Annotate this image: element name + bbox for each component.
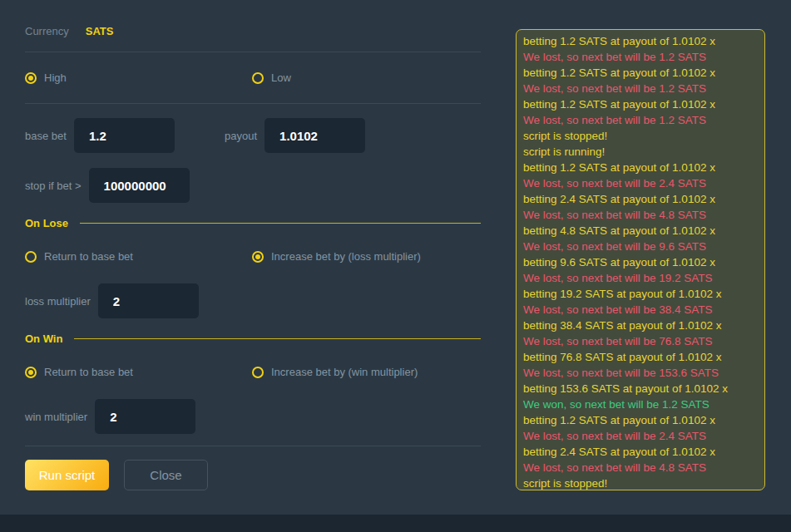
log-line: betting 1.2 SATS at payout of 1.0102 x	[523, 65, 758, 81]
radio-lose-increase-bet[interactable]: Increase bet by (loss multiplier)	[252, 250, 421, 263]
radio-label-low: Low	[271, 71, 291, 84]
log-line: betting 2.4 SATS at payout of 1.0102 x	[523, 444, 758, 460]
log-console[interactable]: betting 1.2 SATS at payout of 1.0102 xWe…	[516, 29, 765, 490]
log-line: betting 38.4 SATS at payout of 1.0102 x	[523, 318, 758, 333]
log-line: betting 1.2 SATS at payout of 1.0102 x	[523, 96, 758, 112]
radio-icon	[252, 72, 264, 84]
log-line: We won, so next bet will be 1.2 SATS	[523, 397, 758, 412]
stop-if-bet-field: stop if bet >	[25, 168, 190, 203]
on-lose-rule-line	[80, 223, 481, 224]
radio-low[interactable]: Low	[252, 71, 291, 84]
radio-label-win-increase: Increase bet by (win multiplier)	[271, 366, 418, 378]
log-line: script is stopped!	[523, 475, 758, 490]
radio-icon	[252, 251, 264, 263]
base-bet-field: base bet	[25, 118, 175, 153]
stop-if-bet-input[interactable]	[89, 168, 190, 203]
on-lose-title: On Lose	[25, 217, 68, 229]
on-win-radio-group: Return to base bet Increase bet by (win …	[0, 366, 506, 379]
log-line: We lost, so next bet will be 153.6 SATS	[523, 365, 758, 381]
log-line: We lost, so next bet will be 1.2 SATS	[523, 81, 758, 96]
on-win-title: On Win	[25, 332, 62, 345]
base-bet-input[interactable]	[74, 118, 175, 153]
radio-icon	[25, 251, 37, 263]
log-line: betting 9.6 SATS at payout of 1.0102 x	[523, 254, 758, 270]
base-bet-label: base bet	[25, 130, 67, 142]
currency-label: Currency	[25, 25, 69, 37]
bet-script-dialog: Currency SATS High Low base bet payout s…	[0, 0, 791, 532]
win-multiplier-input[interactable]	[95, 399, 195, 434]
payout-input[interactable]	[264, 118, 365, 153]
log-line: script is running!	[523, 144, 758, 160]
log-line: We lost, so next bet will be 1.2 SATS	[523, 49, 758, 65]
log-line: betting 1.2 SATS at payout of 1.0102 x	[523, 412, 758, 428]
log-line: We lost, so next bet will be 4.8 SATS	[523, 207, 758, 223]
log-line: We lost, so next bet will be 38.4 SATS	[523, 302, 758, 318]
radio-win-increase-bet[interactable]: Increase bet by (win multiplier)	[252, 366, 418, 378]
currency-selector[interactable]: SATS	[86, 25, 114, 37]
loss-multiplier-field: loss multiplier	[25, 283, 199, 318]
radio-label-lose-return: Return to base bet	[44, 250, 133, 263]
divider	[25, 103, 481, 104]
log-line: betting 1.2 SATS at payout of 1.0102 x	[523, 160, 758, 175]
stop-if-bet-label: stop if bet >	[25, 180, 82, 192]
payout-label: payout	[225, 130, 257, 142]
radio-icon	[25, 367, 37, 378]
on-lose-section-header: On Lose	[25, 217, 481, 229]
loss-multiplier-input[interactable]	[98, 283, 199, 318]
log-line: betting 19.2 SATS at payout of 1.0102 x	[523, 286, 758, 302]
log-line: betting 153.6 SATS at payout of 1.0102 x	[523, 381, 758, 397]
on-lose-radio-group: Return to base bet Increase bet by (loss…	[0, 250, 506, 264]
close-button[interactable]: Close	[124, 460, 208, 490]
log-line: We lost, so next bet will be 4.8 SATS	[523, 460, 758, 475]
divider	[25, 446, 481, 446]
radio-label-win-return: Return to base bet	[44, 366, 133, 378]
log-line: betting 4.8 SATS at payout of 1.0102 x	[523, 223, 758, 239]
radio-win-return-to-base[interactable]: Return to base bet	[25, 366, 133, 378]
on-win-section-header: On Win	[25, 332, 481, 344]
direction-radio-group: High Low	[0, 71, 506, 85]
win-multiplier-field: win multiplier	[25, 399, 195, 434]
loss-multiplier-label: loss multiplier	[25, 295, 91, 308]
on-win-rule-line	[74, 338, 481, 339]
radio-high[interactable]: High	[25, 71, 67, 84]
radio-icon	[25, 72, 37, 84]
log-line: We lost, so next bet will be 76.8 SATS	[523, 333, 758, 349]
radio-label-high: High	[44, 71, 67, 84]
log-line: betting 1.2 SATS at payout of 1.0102 x	[523, 33, 758, 49]
log-line: We lost, so next bet will be 19.2 SATS	[523, 270, 758, 286]
log-line: We lost, so next bet will be 2.4 SATS	[523, 175, 758, 191]
log-line: We lost, so next bet will be 9.6 SATS	[523, 239, 758, 254]
log-line: script is stopped!	[523, 128, 758, 144]
footer-bar	[0, 515, 791, 532]
win-multiplier-label: win multiplier	[25, 411, 87, 423]
log-line: betting 2.4 SATS at payout of 1.0102 x	[523, 191, 758, 207]
radio-lose-return-to-base[interactable]: Return to base bet	[25, 250, 133, 263]
divider	[25, 52, 481, 52]
log-line: We lost, so next bet will be 2.4 SATS	[523, 428, 758, 444]
log-line: betting 76.8 SATS at payout of 1.0102 x	[523, 349, 758, 365]
run-script-button[interactable]: Run script	[25, 460, 109, 490]
radio-label-lose-increase: Increase bet by (loss multiplier)	[271, 250, 421, 263]
currency-row: Currency SATS	[25, 25, 113, 37]
payout-field: payout	[225, 118, 365, 153]
radio-icon	[252, 367, 264, 378]
action-buttons: Run script Close	[25, 460, 208, 490]
log-line: We lost, so next bet will be 1.2 SATS	[523, 112, 758, 128]
